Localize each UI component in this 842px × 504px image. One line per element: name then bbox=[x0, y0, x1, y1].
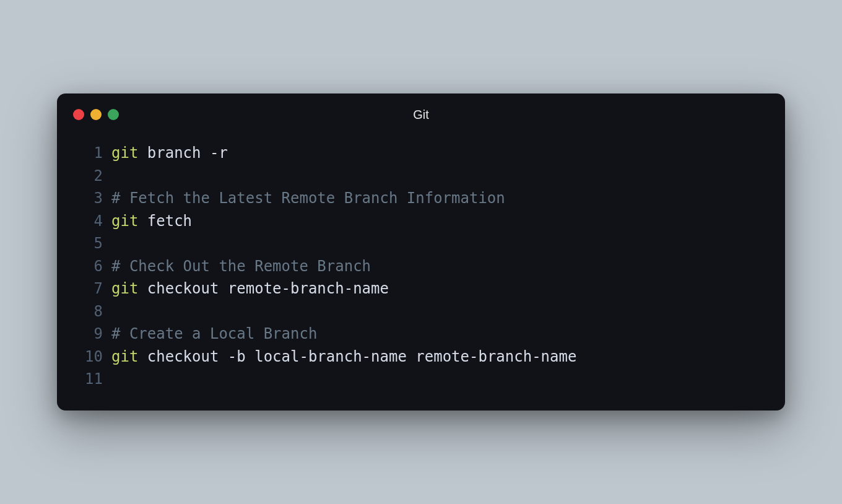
code-token-text: branch -r bbox=[138, 144, 228, 162]
code-line: 2 bbox=[76, 165, 766, 187]
line-number: 10 bbox=[76, 345, 103, 368]
terminal-window: Git 1git branch -r23# Fetch the Latest R… bbox=[57, 93, 785, 410]
code-token-comment: # Check Out the Remote Branch bbox=[111, 258, 371, 275]
code-content: git fetch bbox=[111, 210, 192, 232]
code-line: 11 bbox=[76, 368, 766, 390]
line-number: 8 bbox=[76, 300, 103, 323]
line-number: 4 bbox=[76, 210, 103, 232]
line-number: 7 bbox=[76, 277, 103, 300]
code-line: 9# Create a Local Branch bbox=[76, 323, 766, 345]
minimize-icon[interactable] bbox=[90, 109, 102, 120]
code-token-text: checkout remote-branch-name bbox=[138, 280, 389, 297]
close-icon[interactable] bbox=[73, 109, 84, 120]
code-line: 4git fetch bbox=[76, 210, 766, 232]
code-token-text: fetch bbox=[138, 212, 192, 230]
code-line: 1git branch -r bbox=[76, 142, 766, 164]
line-number: 9 bbox=[76, 323, 103, 345]
code-content: # Check Out the Remote Branch bbox=[111, 255, 371, 277]
line-number: 3 bbox=[76, 187, 103, 209]
code-token-keyword: git bbox=[111, 212, 138, 230]
traffic-lights bbox=[73, 109, 119, 120]
code-line: 10git checkout -b local-branch-name remo… bbox=[76, 345, 766, 368]
line-number: 2 bbox=[76, 165, 103, 187]
code-content: git branch -r bbox=[111, 142, 228, 164]
code-line: 6# Check Out the Remote Branch bbox=[76, 255, 766, 277]
code-line: 3# Fetch the Latest Remote Branch Inform… bbox=[76, 187, 766, 209]
line-number: 1 bbox=[76, 142, 103, 164]
code-token-text: checkout -b local-branch-name remote-bra… bbox=[138, 348, 576, 365]
line-number: 11 bbox=[76, 368, 103, 390]
code-token-comment: # Create a Local Branch bbox=[111, 325, 317, 342]
line-number: 5 bbox=[76, 232, 103, 254]
titlebar: Git bbox=[57, 93, 785, 124]
code-area[interactable]: 1git branch -r23# Fetch the Latest Remot… bbox=[57, 124, 785, 410]
code-token-keyword: git bbox=[111, 144, 138, 162]
code-content: # Create a Local Branch bbox=[111, 323, 317, 345]
line-number: 6 bbox=[76, 255, 103, 277]
code-line: 7git checkout remote-branch-name bbox=[76, 277, 766, 300]
code-line: 8 bbox=[76, 300, 766, 323]
code-line: 5 bbox=[76, 232, 766, 254]
code-token-keyword: git bbox=[111, 348, 138, 365]
code-content: git checkout -b local-branch-name remote… bbox=[111, 345, 576, 368]
window-title: Git bbox=[57, 108, 785, 122]
code-content: # Fetch the Latest Remote Branch Informa… bbox=[111, 187, 505, 209]
code-token-comment: # Fetch the Latest Remote Branch Informa… bbox=[111, 189, 505, 207]
maximize-icon[interactable] bbox=[108, 109, 119, 120]
code-token-keyword: git bbox=[111, 280, 138, 297]
code-content: git checkout remote-branch-name bbox=[111, 277, 389, 300]
